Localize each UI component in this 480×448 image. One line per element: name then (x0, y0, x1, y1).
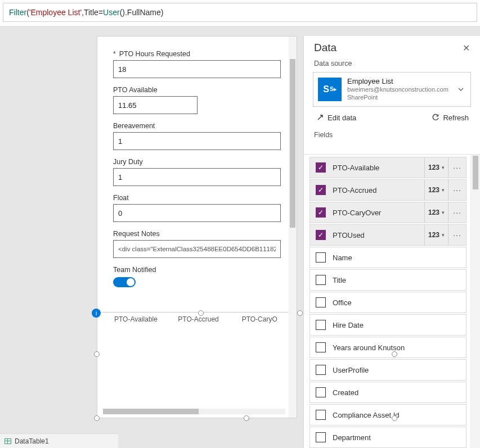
form-scrollbar-thumb[interactable] (290, 59, 295, 228)
chevron-down-icon: ▾ (442, 232, 445, 238)
field-row-unchecked[interactable]: Title (309, 269, 466, 291)
field-row-checked[interactable]: PTO-Accrued123▾··· (309, 179, 466, 201)
bereavement-label: Bereavement (113, 122, 281, 130)
field-name: Hire Date (333, 321, 466, 329)
chevron-down-icon: ▾ (442, 187, 445, 193)
close-icon[interactable]: ✕ (463, 43, 470, 53)
field-type-dropdown[interactable]: 123▾ (424, 157, 448, 178)
fields-scrollbar[interactable] (470, 155, 480, 448)
table-icon (5, 438, 11, 444)
resize-handle[interactable] (392, 415, 397, 421)
field-more-button[interactable]: ··· (448, 225, 466, 245)
checkbox-icon[interactable] (316, 432, 326, 442)
checkbox-icon[interactable] (316, 342, 326, 352)
notes-label: Request Notes (113, 230, 281, 238)
chevron-down-icon: ▾ (442, 165, 445, 170)
field-name: Office (333, 298, 466, 307)
dt-col-2[interactable]: PTO-Accrued (161, 313, 225, 328)
checkbox-icon[interactable] (316, 387, 326, 397)
form-inner: * PTO Hours Requested PTO Available Bere… (97, 37, 297, 287)
resize-handle[interactable] (297, 310, 303, 316)
field-type-dropdown[interactable]: 123▾ (424, 225, 448, 245)
pto-req-input[interactable] (113, 60, 281, 78)
form-scrollbar[interactable] (289, 37, 297, 418)
selection-readout[interactable]: DataTable1 (0, 433, 118, 448)
h-scrollbar-thumb[interactable] (103, 409, 199, 414)
field-name: Department (333, 433, 466, 442)
data-source-box[interactable]: ▸ Employee List bweimers@knutsonconstruc… (313, 72, 471, 107)
field-name: Years around Knutson (333, 343, 466, 352)
chevron-down-icon: ▾ (442, 210, 445, 215)
field-row-unchecked[interactable]: Created (309, 382, 466, 403)
checkbox-icon[interactable] (316, 207, 326, 218)
checkbox-icon[interactable] (316, 410, 326, 420)
resize-handle[interactable] (392, 351, 397, 357)
checkbox-icon[interactable] (316, 275, 326, 285)
field-type-dropdown[interactable]: 123▾ (424, 202, 448, 223)
resize-handle[interactable] (244, 415, 249, 421)
field-row-unchecked[interactable]: Department (309, 427, 466, 448)
field-row-checked[interactable]: PTO-Available123▾··· (309, 157, 466, 178)
bereavement-input[interactable] (113, 132, 281, 150)
checkbox-icon[interactable] (316, 185, 326, 195)
field-more-button[interactable]: ··· (448, 180, 466, 200)
field-name: Title (333, 276, 466, 284)
field-name: PTOUsed (333, 231, 424, 239)
formula-fn-user: User (103, 8, 120, 17)
float-input[interactable] (113, 204, 281, 222)
toggle-knob (127, 278, 134, 286)
pto-avail-label: PTO Available (113, 86, 281, 94)
resize-handle[interactable] (94, 415, 100, 421)
team-notified-toggle[interactable] (113, 277, 136, 287)
data-source-kind: SharePoint (347, 93, 448, 101)
fields-scrollbar-thumb[interactable] (473, 156, 478, 189)
checkbox-icon[interactable] (316, 365, 326, 375)
dt-col-3[interactable]: PTO-CaryO (225, 313, 289, 328)
resize-handle[interactable] (94, 351, 100, 357)
checkbox-icon[interactable] (316, 297, 326, 307)
field-name: PTO-Available (333, 164, 424, 172)
edit-data-button[interactable]: Edit data (316, 114, 356, 122)
formula-bar[interactable]: Filter ( 'Employee List' ,Title= User ()… (3, 3, 477, 22)
checkbox-icon[interactable] (316, 320, 326, 330)
datatable-headers: PTO-Available PTO-Accrued PTO-CaryO (97, 313, 289, 328)
checkbox-icon[interactable] (316, 252, 326, 263)
notes-input[interactable] (113, 240, 281, 258)
pto-avail-input[interactable] (113, 96, 198, 114)
formula-mid: ,Title= (82, 8, 103, 17)
refresh-button[interactable]: Refresh (432, 114, 469, 122)
dt-separator (97, 312, 289, 313)
field-name: Compliance Asset Id (333, 411, 466, 419)
field-name: UserProfile (333, 366, 466, 374)
field-row-unchecked[interactable]: Years around Knutson (309, 337, 466, 358)
h-scrollbar[interactable] (103, 409, 285, 414)
float-label: Float (113, 194, 281, 202)
chevron-down-icon[interactable] (457, 85, 465, 93)
refresh-icon (432, 114, 439, 121)
jury-input[interactable] (113, 168, 281, 186)
field-row-unchecked[interactable]: Name (309, 247, 466, 268)
data-source-user: bweimers@knutsonconstruction.com (347, 85, 448, 93)
field-row-unchecked[interactable]: UserProfile (309, 359, 466, 381)
pto-req-label: * PTO Hours Requested (113, 50, 281, 58)
fields-scroll-area: PTO-Available123▾···PTO-Accrued123▾···PT… (304, 154, 480, 448)
field-row-unchecked[interactable]: Compliance Asset Id (309, 404, 466, 426)
dt-col-1[interactable]: PTO-Available (97, 313, 161, 328)
resize-handle[interactable] (198, 310, 204, 316)
fields-label: Fields (304, 128, 480, 142)
field-more-button[interactable]: ··· (448, 202, 466, 223)
field-more-button[interactable]: ··· (448, 157, 466, 178)
field-name: PTO-CaryOver (333, 209, 424, 217)
field-name: Created (333, 388, 466, 397)
field-type-dropdown[interactable]: 123▾ (424, 180, 448, 200)
field-row-checked[interactable]: PTOUsed123▾··· (309, 224, 466, 246)
field-row-checked[interactable]: PTO-CaryOver123▾··· (309, 202, 466, 223)
info-badge-icon[interactable]: i (92, 309, 101, 318)
data-pane: Data ✕ Data source ▸ Employee List bweim… (303, 36, 480, 448)
field-row-unchecked[interactable]: Hire Date (309, 314, 466, 336)
formula-string: 'Employee List' (29, 8, 82, 17)
checkbox-icon[interactable] (316, 230, 326, 240)
checkbox-icon[interactable] (316, 162, 326, 173)
form-card[interactable]: * PTO Hours Requested PTO Available Bere… (97, 36, 297, 418)
field-row-unchecked[interactable]: Office (309, 292, 466, 313)
